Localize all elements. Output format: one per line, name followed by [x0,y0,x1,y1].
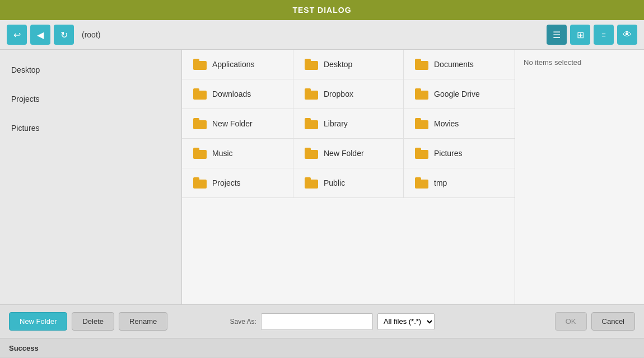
file-name: Downloads [212,90,251,98]
file-item[interactable]: Applications [182,50,293,79]
title-bar: TEST DIALOG [0,0,644,20]
file-item[interactable]: Movies [404,109,515,139]
preview-icon: 👁 [623,30,632,40]
file-name: Dropbox [324,90,353,98]
view-controls: ☰ ⊞ ≡ 👁 [547,25,637,45]
file-name: Music [212,149,233,158]
folder-icon [193,177,207,189]
file-item[interactable]: Projects [182,168,293,198]
detail-view-icon: ≡ [601,31,606,39]
folder-icon [415,59,428,70]
file-item[interactable]: Public [293,168,404,198]
ok-label: OK [566,317,576,326]
delete-label: Delete [82,317,104,326]
new-folder-button[interactable]: New Folder [9,312,67,331]
sidebar: Desktop Projects Pictures [0,50,182,304]
rename-button[interactable]: Rename [119,312,167,331]
folder-icon [193,88,207,100]
prev-button[interactable]: ◀ [30,25,50,45]
status-bar: Success [0,338,644,357]
file-grid: Applications Desktop Documents Downloads… [182,50,515,198]
grid-view-icon: ⊞ [577,30,584,40]
file-name: Desktop [324,60,352,69]
file-type-select[interactable]: All files (*.*) [377,313,435,330]
file-name: Public [324,178,345,187]
file-name: Projects [212,178,241,187]
folder-icon [305,177,318,189]
folder-icon [415,148,428,159]
folder-icon [193,59,207,70]
cancel-label: Cancel [602,317,624,326]
folder-icon [415,177,428,189]
file-item[interactable]: Dropbox [293,79,404,109]
folder-icon [305,118,318,129]
rename-label: Rename [129,317,157,326]
file-name: Library [324,119,348,128]
file-name: Movies [434,119,459,128]
file-name: Applications [212,60,255,69]
detail-view-button[interactable]: ≡ [594,25,614,45]
no-selection-label: No items selected [524,58,581,67]
file-item[interactable]: Library [293,109,404,139]
save-as-label: Save As: [230,318,256,326]
ok-button[interactable]: OK [555,312,587,331]
file-item[interactable]: Music [182,139,293,168]
file-item[interactable]: tmp [404,168,515,198]
file-name: tmp [434,178,447,187]
file-item[interactable]: New Folder [182,109,293,139]
cancel-button[interactable]: Cancel [591,312,635,331]
delete-button[interactable]: Delete [72,312,114,331]
preview-button[interactable]: 👁 [617,25,637,45]
file-browser: Applications Desktop Documents Downloads… [182,50,515,304]
file-item[interactable]: Google Drive [404,79,515,109]
new-folder-label: New Folder [20,317,57,326]
folder-icon [415,88,428,100]
folder-icon [415,118,428,129]
save-input[interactable] [261,313,373,330]
file-item[interactable]: New Folder [293,139,404,168]
file-name: Documents [434,60,474,69]
folder-icon [193,148,207,159]
list-view-icon: ☰ [553,30,561,40]
toolbar: ↩ ◀ ↻ (root) ☰ ⊞ ≡ 👁 [0,20,644,50]
file-item[interactable]: Documents [404,50,515,79]
path-label: (root) [82,30,543,39]
back-icon: ↩ [13,30,21,40]
sidebar-item-desktop[interactable]: Desktop [0,55,181,84]
file-item[interactable]: Desktop [293,50,404,79]
status-text: Success [9,344,39,352]
sidebar-item-projects[interactable]: Projects [0,84,181,114]
grid-view-button[interactable]: ⊞ [570,25,590,45]
ok-cancel-area: OK Cancel [555,312,635,331]
title-label: TEST DIALOG [292,6,351,15]
file-name: Pictures [434,149,463,158]
file-name: New Folder [324,149,364,158]
file-name: New Folder [212,119,253,128]
folder-icon [193,118,207,129]
file-item[interactable]: Downloads [182,79,293,109]
main-content: Desktop Projects Pictures Applications D… [0,50,644,304]
preview-pane: No items selected [515,50,644,304]
back-button[interactable]: ↩ [7,25,27,45]
sidebar-item-pictures[interactable]: Pictures [0,114,181,143]
folder-icon [305,59,318,70]
refresh-icon: ↻ [60,30,68,40]
refresh-button[interactable]: ↻ [54,25,74,45]
prev-icon: ◀ [37,30,44,40]
save-area: Save As: All files (*.*) [230,313,435,330]
bottom-bar: New Folder Delete Rename Save As: All fi… [0,304,644,338]
folder-icon [305,88,318,100]
file-name: Google Drive [434,90,480,98]
folder-icon [305,148,318,159]
file-item[interactable]: Pictures [404,139,515,168]
list-view-button[interactable]: ☰ [547,25,567,45]
